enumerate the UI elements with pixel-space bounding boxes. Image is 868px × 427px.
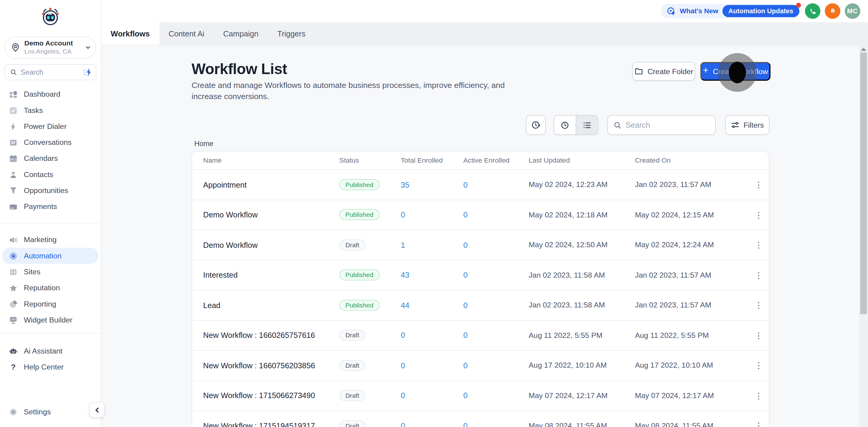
account-name: Demo Account xyxy=(24,39,73,48)
list-view-button[interactable] xyxy=(576,116,598,134)
view-toggle xyxy=(554,115,598,135)
account-selector[interactable]: Demo Account Los Angeles, CA xyxy=(4,36,96,58)
page-subtitle: Create and manage Workflows to automate … xyxy=(192,79,530,101)
workflow-name[interactable]: Demo Workflow xyxy=(203,210,339,219)
sidebar-item[interactable]: Widget Builder xyxy=(2,312,98,328)
sidebar-item[interactable]: Sites xyxy=(2,264,98,280)
create-folder-button[interactable]: Create Folder xyxy=(632,62,695,81)
filters-button[interactable]: Filters xyxy=(725,115,770,135)
total-enrolled-link[interactable]: 35 xyxy=(401,180,464,189)
phone-button[interactable] xyxy=(805,3,820,19)
tab-bar: Workflows Content Ai Campaign Triggers xyxy=(101,22,868,45)
sidebar-item[interactable]: Opportunities xyxy=(2,183,98,198)
tab[interactable]: Content Ai xyxy=(159,22,214,44)
active-enrolled-link[interactable]: 0 xyxy=(463,180,529,189)
sidebar-item[interactable]: Conversations xyxy=(2,134,98,150)
workflow-name[interactable]: Appointment xyxy=(203,180,339,189)
created-on: May 08 2024, 11:55 AM xyxy=(635,422,749,427)
total-enrolled-link[interactable]: 43 xyxy=(401,271,464,280)
sidebar-item[interactable]: ? Help Center xyxy=(2,359,98,375)
total-enrolled-link[interactable]: 44 xyxy=(401,301,464,309)
table-row[interactable]: New Workflow : 1715066273490 Draft 0 0 M… xyxy=(192,381,769,411)
location-pin-icon xyxy=(10,42,21,53)
active-enrolled-link[interactable]: 0 xyxy=(463,240,529,249)
row-menu-button[interactable]: ⋮ xyxy=(748,422,769,427)
created-on: May 02 2024, 12:15 AM xyxy=(635,210,749,219)
user-avatar[interactable]: MC xyxy=(845,3,860,19)
scroll-up-arrow-icon[interactable] xyxy=(861,47,866,51)
total-enrolled-link[interactable]: 1 xyxy=(401,240,464,249)
active-enrolled-link[interactable]: 0 xyxy=(463,421,529,427)
active-enrolled-link[interactable]: 0 xyxy=(463,301,529,309)
sidebar-item[interactable]: Calendars xyxy=(2,151,98,167)
ai-quick-actions-icon[interactable] xyxy=(83,68,93,76)
page-scrollbar[interactable] xyxy=(859,44,868,427)
pending-view-button[interactable] xyxy=(554,116,576,134)
last-updated: May 02 2024, 12:23 AM xyxy=(529,180,635,189)
sidebar-item[interactable]: Reputation xyxy=(2,280,98,296)
active-enrolled-link[interactable]: 0 xyxy=(463,391,529,400)
sidebar-item[interactable]: Payments xyxy=(2,198,98,215)
sidebar-item[interactable]: Automation xyxy=(2,248,98,264)
sidebar-search[interactable]: Search xyxy=(4,64,96,80)
workflow-search-input[interactable] xyxy=(626,121,726,129)
workflow-name[interactable]: New Workflow : 1715194519317 xyxy=(203,421,339,427)
scrollbar-thumb[interactable] xyxy=(860,53,867,314)
table-row[interactable]: New Workflow : 1660756203856 Draft 0 0 A… xyxy=(192,351,769,381)
folder-icon xyxy=(634,67,643,75)
workflow-name[interactable]: New Workflow : 1660756203856 xyxy=(203,361,339,370)
row-menu-button[interactable]: ⋮ xyxy=(748,391,769,400)
table-row[interactable]: Demo Workflow Draft 1 0 May 02 2024, 12:… xyxy=(192,230,769,260)
table-row[interactable]: Interested Published 43 0 Jan 02 2023, 1… xyxy=(192,260,769,290)
breadcrumb[interactable]: Home xyxy=(194,139,214,148)
table-row[interactable]: Lead Published 44 0 Jan 02 2023, 11:58 A… xyxy=(192,290,769,320)
table-row[interactable]: New Workflow : 1660265757616 Draft 0 0 A… xyxy=(192,320,769,351)
workflow-name[interactable]: New Workflow : 1660265757616 xyxy=(203,331,339,340)
total-enrolled-link[interactable]: 0 xyxy=(401,361,464,370)
workflow-search[interactable] xyxy=(607,115,716,135)
automation-updates-badge[interactable]: Automation Updates xyxy=(722,5,799,17)
total-enrolled-link[interactable]: 0 xyxy=(401,391,464,400)
workflow-name[interactable]: New Workflow : 1715066273490 xyxy=(203,391,339,400)
sidebar-collapse-button[interactable] xyxy=(89,402,104,417)
row-menu-button[interactable]: ⋮ xyxy=(748,301,769,309)
row-menu-button[interactable]: ⋮ xyxy=(748,180,769,189)
table-row[interactable]: Appointment Published 35 0 May 02 2024, … xyxy=(192,170,769,200)
calendars-icon xyxy=(9,154,18,163)
conversations-icon xyxy=(9,138,18,146)
sidebar-item-settings[interactable]: Settings xyxy=(2,404,98,420)
tab[interactable]: Workflows xyxy=(101,22,159,44)
row-menu-button[interactable]: ⋮ xyxy=(748,331,769,340)
total-enrolled-link[interactable]: 0 xyxy=(401,331,464,340)
table-row[interactable]: Demo Workflow Published 0 0 May 02 2024,… xyxy=(192,200,769,230)
row-menu-button[interactable]: ⋮ xyxy=(748,240,769,249)
tab[interactable]: Triggers xyxy=(268,22,315,44)
col-last-updated: Last Updated xyxy=(529,157,635,164)
tab[interactable]: Campaign xyxy=(214,22,268,44)
sidebar-item[interactable]: Tasks xyxy=(2,102,98,118)
sidebar-item[interactable]: Ai Assistant xyxy=(2,343,98,359)
enrollment-history-button[interactable] xyxy=(526,115,546,135)
sidebar-item[interactable]: Power Dialer xyxy=(2,118,98,134)
workflow-name[interactable]: Demo Workflow xyxy=(203,240,339,249)
sidebar-item[interactable]: Dashboard xyxy=(2,87,98,102)
active-enrolled-link[interactable]: 0 xyxy=(463,210,529,219)
sidebar-item[interactable]: Reporting xyxy=(2,296,98,312)
active-enrolled-link[interactable]: 0 xyxy=(463,271,529,280)
last-updated: May 08 2024, 11:55 AM xyxy=(529,422,635,427)
total-enrolled-link[interactable]: 0 xyxy=(401,210,464,219)
row-menu-button[interactable]: ⋮ xyxy=(748,210,769,219)
total-enrolled-link[interactable]: 0 xyxy=(401,421,464,427)
row-menu-button[interactable]: ⋮ xyxy=(748,271,769,280)
row-menu-button[interactable]: ⋮ xyxy=(748,361,769,370)
workflow-name[interactable]: Lead xyxy=(203,301,339,309)
active-enrolled-link[interactable]: 0 xyxy=(463,331,529,340)
sidebar-item[interactable]: Contacts xyxy=(2,167,98,183)
table-row[interactable]: New Workflow : 1715194519317 Draft 0 0 M… xyxy=(192,411,769,427)
notifications-bell-button[interactable] xyxy=(825,3,840,19)
col-active-enrolled: Active Enrolled xyxy=(463,157,529,164)
workflow-name[interactable]: Interested xyxy=(203,271,339,280)
sidebar-item[interactable]: Marketing xyxy=(2,232,98,248)
whats-new-button[interactable]: What's New Automation Updates xyxy=(661,4,801,19)
active-enrolled-link[interactable]: 0 xyxy=(463,361,529,370)
